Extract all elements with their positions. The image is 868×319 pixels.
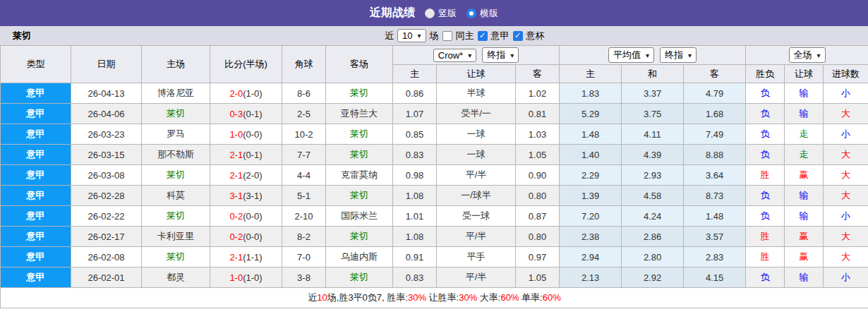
table-row: 意甲26-02-22莱切0-2(0-0)2-10国际米兰1.01受一球0.877… [1,206,868,227]
chevron-down-icon: ▾ [688,52,692,59]
panel-title: 近期战绩 [370,6,415,20]
company-select-value: Crow* [438,50,463,61]
recent-suffix-label: 场 [430,30,439,42]
subheader-avg-away: 客 [684,65,746,83]
final-odds-select-1[interactable]: 终指 ▾ [482,47,519,63]
table-row: 意甲26-04-13博洛尼亚2-0(1-0)8-6莱切0.86半球1.021.8… [1,83,868,104]
avg-draw-odds-cell: 2.86 [622,227,684,247]
avg-away-odds-cell: 7.49 [684,124,746,145]
date-cell: 26-03-15 [71,145,142,165]
score-cell: 0-2(0-0) [210,227,282,247]
final-odds-select-2-value: 终指 [665,49,683,61]
radio-vertical-label: 竖版 [438,7,457,20]
score-cell: 0-2(0-0) [210,206,282,227]
corner-cell: 7-0 [282,247,326,267]
handicap-away-odds-cell: 0.81 [516,104,560,124]
corner-cell: 8-6 [282,83,326,104]
away-team-cell: 乌迪内斯 [326,247,393,267]
radio-horizontal-option[interactable]: 横版 [466,7,498,20]
table-row: 意甲26-02-28科莫3-1(3-1)5-1莱切1.08一/球半0.801.3… [1,186,868,206]
date-cell: 26-02-08 [71,247,142,267]
fulltime-select[interactable]: 全场 ▾ [789,47,826,63]
date-cell: 26-04-13 [71,83,142,104]
avg-home-odds-cell: 7.20 [560,206,622,227]
summary-row: 近10场,胜3平0负7, 胜率:30% 让胜率:30% 大率:60% 单率:60… [1,288,868,308]
handicap-home-odds-cell: 0.86 [393,83,437,104]
avg-home-odds-cell: 1.40 [560,145,622,165]
wdl-result-cell: 负 [746,267,785,288]
goals-result-cell: 大 [824,145,868,165]
avg-away-odds-cell: 8.73 [684,186,746,206]
away-team-cell: 莱切 [326,124,393,145]
column-header-away: 客场 [326,46,393,83]
table-head: 类型 日期 主场 比分(半场) 角球 客场 Crow* ▾ 终指 ▾ [1,46,868,83]
corner-cell: 8-2 [282,227,326,247]
handicap-away-odds-cell: 0.80 [516,186,560,206]
chevron-down-icon: ▾ [468,52,471,59]
avg-draw-odds-cell: 2.92 [622,267,684,288]
date-cell: 26-02-17 [71,227,142,247]
table-row: 意甲26-02-17卡利亚里0-2(0-0)8-2莱切1.08平/半0.802.… [1,227,868,247]
avg-away-odds-cell: 4.15 [684,267,746,288]
goals-result-cell: 大 [824,227,868,247]
radio-horizontal-icon[interactable] [466,8,476,18]
date-cell: 26-02-22 [71,206,142,227]
avg-draw-odds-cell: 4.11 [622,124,684,145]
handicap-result-cell: 赢 [785,165,824,186]
away-team-cell: 莱切 [326,267,393,288]
italy-cup-checkbox[interactable] [513,31,523,41]
radio-vertical-icon[interactable] [425,8,435,18]
avg-home-odds-cell: 2.38 [560,227,622,247]
goals-result-cell: 小 [824,206,868,227]
radio-horizontal-label: 横版 [480,7,498,20]
avg-home-odds-cell: 2.13 [560,267,622,288]
summary-segment: 大率: [477,292,500,303]
handicap-line-cell: 平/半 [437,227,516,247]
same-home-label: 同主 [456,30,474,42]
handicap-line-cell: 一球 [437,124,516,145]
handicap-away-odds-cell: 0.97 [516,247,560,267]
summary-highlight: 60% [543,292,561,303]
score-cell: 0-3(0-1) [210,104,282,124]
corner-cell: 10-2 [282,124,326,145]
handicap-section-header: Crow* ▾ 终指 ▾ [393,46,560,65]
avg-draw-odds-cell: 2.80 [622,247,684,267]
same-home-checkbox[interactable] [442,31,452,41]
away-team-cell: 莱切 [326,83,393,104]
chevron-down-icon: ▾ [510,52,514,59]
avg-away-odds-cell: 2.83 [684,247,746,267]
handicap-home-odds-cell: 0.85 [393,124,437,145]
score-cell: 2-1(2-0) [210,165,282,186]
handicap-line-cell: 平手 [437,247,516,267]
recent-count-select[interactable]: 10 ▾ [397,29,426,42]
handicap-home-odds-cell: 1.01 [393,206,437,227]
handicap-line-cell: 一球 [437,145,516,165]
final-odds-select-1-value: 终指 [487,49,505,61]
final-odds-select-2[interactable]: 终指 ▾ [660,47,697,63]
handicap-result-cell: 输 [785,83,824,104]
type-cell: 意甲 [1,83,71,104]
column-header-date: 日期 [71,46,142,83]
handicap-result-cell: 输 [785,267,824,288]
titlebar: 近期战绩 竖版 横版 [0,0,868,26]
column-header-home: 主场 [142,46,210,83]
date-cell: 26-03-23 [71,124,142,145]
summary-highlight: 10 [317,292,327,303]
subheader-goals: 进球数 [824,65,868,83]
company-select[interactable]: Crow* ▾ [433,49,476,62]
handicap-line-cell: 半球 [437,83,516,104]
average-select[interactable]: 平均值 ▾ [608,47,654,63]
handicap-result-cell: 走 [785,145,824,165]
radio-vertical-option[interactable]: 竖版 [425,7,457,20]
goals-result-cell: 大 [824,104,868,124]
home-team-cell: 那不勒斯 [142,145,210,165]
handicap-away-odds-cell: 0.87 [516,206,560,227]
filter-controls: 近 10 ▾ 场 同主 意甲 意杯 [385,29,545,42]
serie-a-label: 意甲 [491,30,510,42]
summary-highlight: 30% [408,292,426,303]
serie-a-checkbox[interactable] [478,31,488,41]
handicap-result-cell: 走 [785,124,824,145]
handicap-home-odds-cell: 0.91 [393,247,437,267]
result-section-header: 全场 ▾ [746,46,868,65]
score-cell: 1-0(1-0) [210,267,282,288]
